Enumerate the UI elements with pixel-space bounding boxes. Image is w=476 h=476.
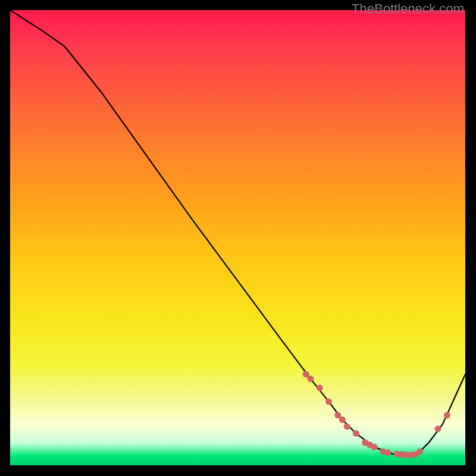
chart-container: TheBottleneck.com	[0, 0, 476, 476]
marker-dot	[444, 412, 450, 418]
marker-dot	[307, 375, 314, 382]
plot-area	[10, 10, 465, 465]
bottleneck-curve	[10, 10, 465, 455]
marker-dot	[344, 423, 350, 430]
sweet-spot-markers	[303, 371, 450, 458]
marker-dot	[317, 384, 323, 391]
marker-dot	[435, 425, 441, 432]
marker-dot	[384, 449, 391, 456]
chart-svg	[10, 10, 465, 465]
marker-dot	[353, 430, 359, 437]
marker-dot	[416, 449, 423, 455]
marker-dot	[339, 416, 346, 423]
marker-dot	[325, 398, 332, 405]
watermark-text: TheBottleneck.com	[352, 1, 464, 17]
marker-dot	[371, 444, 378, 450]
